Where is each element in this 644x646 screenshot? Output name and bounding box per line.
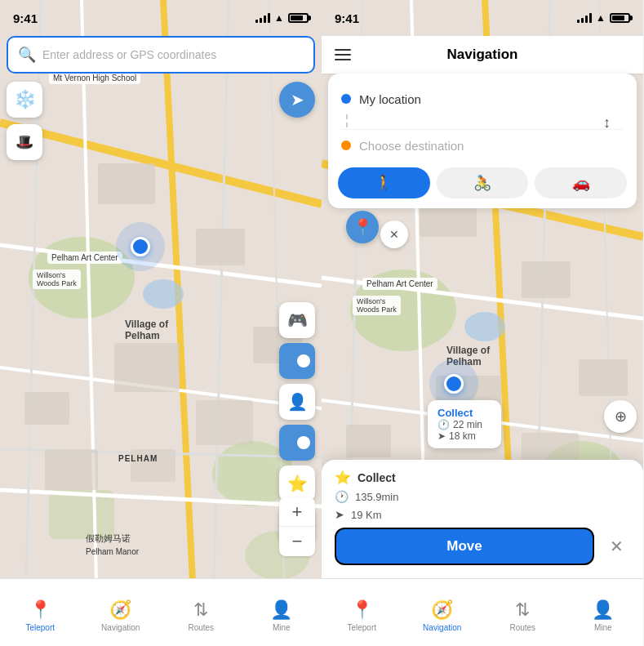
search-placeholder: Enter address or GPS coordinates: [42, 48, 216, 61]
tab-mine-label-right: Mine: [594, 623, 612, 632]
freeze-button[interactable]: ❄️: [7, 82, 42, 118]
status-bar-right: 9:41 ▲: [322, 0, 643, 36]
tab-navigation-icon-right: 🧭: [431, 599, 453, 621]
tab-navigation[interactable]: 🧭 Navigation: [81, 593, 162, 632]
battery-icon-right: [610, 13, 630, 23]
origin-dot: [341, 94, 351, 104]
tab-teleport-icon-right: 📍: [351, 599, 373, 621]
tab-mine-label: Mine: [273, 623, 291, 632]
tab-routes-label: Routes: [188, 623, 214, 632]
tab-teleport-label-right: Teleport: [347, 623, 376, 632]
tab-mine-icon-right: 👤: [592, 599, 614, 621]
nav-title: Navigation: [447, 47, 518, 63]
toggle-button-2[interactable]: [279, 425, 315, 461]
close-pin-button[interactable]: ✕: [380, 221, 408, 248]
zoom-out-button[interactable]: −: [279, 527, 315, 556]
svg-rect-15: [98, 163, 155, 204]
origin-text: My location: [359, 92, 624, 106]
svg-rect-16: [196, 229, 245, 265]
svg-rect-22: [196, 400, 253, 445]
status-bar: 9:41 ▲: [0, 0, 322, 36]
action-arrow-icon: ➤: [335, 508, 344, 521]
compass-button[interactable]: ➤: [279, 82, 315, 118]
current-location-dot-right: [444, 374, 464, 394]
map-pin-button[interactable]: 📍: [346, 211, 379, 243]
toggle-button-1[interactable]: [279, 343, 315, 379]
tab-routes[interactable]: ⇅ Routes: [161, 593, 242, 632]
avatar-person-button[interactable]: 👤: [279, 384, 315, 420]
walk-mode-button[interactable]: 🚶: [338, 167, 430, 198]
close-action-button[interactable]: ✕: [602, 532, 630, 560]
tab-teleport[interactable]: 📍 Teleport: [0, 593, 81, 632]
info-bubble: Collect 🕐 22 min ➤ 18 km: [428, 400, 501, 448]
status-icons-right: ▲: [577, 12, 630, 24]
tab-navigation-label-right: Navigation: [423, 623, 461, 632]
svg-rect-40: [522, 261, 571, 298]
zoom-controls: + −: [279, 497, 315, 556]
bike-mode-button[interactable]: 🚴: [437, 167, 529, 198]
tab-teleport-label: Teleport: [25, 623, 55, 632]
hamburger-right[interactable]: [335, 49, 351, 60]
map-label-willsons-right: Willson'sWoods Park: [353, 296, 401, 315]
action-sheet: ⭐ Collect 🕐 135.9min ➤ 19 Km Move ✕: [322, 460, 643, 578]
info-bubble-distance: ➤ 18 km: [437, 430, 491, 442]
map-label-mvhs: Mt Vernon High School: [49, 72, 140, 84]
action-star-icon: ⭐: [335, 470, 351, 485]
map-label-pelham-art: Pelham Art Center: [47, 252, 122, 264]
tab-mine-icon: 👤: [270, 599, 292, 621]
map-label-pelham-art-right: Pelham Art Center: [362, 278, 437, 290]
move-button[interactable]: Move: [335, 528, 594, 565]
gamepad-button[interactable]: 🎮: [279, 302, 315, 338]
nav-header: Navigation: [322, 36, 643, 74]
wifi-icon: ▲: [274, 12, 284, 24]
tab-navigation-icon: 🧭: [109, 599, 131, 621]
nav-card: My location Choose destination ↕ 🚶 🚴 🚗: [328, 74, 637, 208]
right-panel: 9:41 ▲ Navigation My location: [322, 0, 643, 646]
status-time: 9:41: [13, 11, 38, 25]
svg-rect-20: [45, 449, 98, 490]
svg-rect-42: [346, 425, 391, 457]
wifi-icon-right: ▲: [596, 12, 606, 24]
signal-icon: [255, 13, 270, 23]
svg-point-47: [464, 312, 505, 341]
origin-row[interactable]: My location: [338, 83, 627, 114]
tab-teleport-icon: 📍: [29, 599, 51, 621]
action-distance-row: ➤ 19 Km: [335, 508, 630, 521]
star-button[interactable]: ⭐: [279, 466, 315, 501]
tab-routes-icon: ⇅: [193, 599, 208, 621]
tab-bar-left: 📍 Teleport 🧭 Navigation ⇅ Routes 👤 Mine: [0, 578, 322, 646]
avatar-button[interactable]: 🎩: [7, 124, 42, 160]
svg-point-23: [143, 279, 184, 309]
action-clock-icon: 🕐: [335, 490, 349, 503]
search-bar[interactable]: 🔍 Enter address or GPS coordinates: [7, 36, 315, 74]
tab-mine[interactable]: 👤 Mine: [242, 593, 322, 632]
tab-routes-right[interactable]: ⇅ Routes: [482, 593, 563, 632]
tab-bar-right: 📍 Teleport 🧭 Navigation ⇅ Routes 👤 Mine: [322, 578, 643, 646]
swap-icon[interactable]: ↕: [603, 114, 611, 131]
info-bubble-title: Collect: [437, 407, 491, 419]
tab-mine-right[interactable]: 👤 Mine: [563, 593, 644, 632]
zoom-in-button[interactable]: +: [279, 497, 315, 527]
transport-modes: 🚶 🚴 🚗: [338, 167, 627, 198]
map-label-village: Village ofPelham: [121, 317, 172, 343]
tab-navigation-right[interactable]: 🧭 Navigation: [402, 593, 483, 632]
current-location-dot: [131, 237, 150, 256]
tab-routes-icon-right: ⇅: [515, 599, 530, 621]
car-mode-button[interactable]: 🚗: [535, 167, 627, 198]
action-time-row: 🕐 135.9min: [335, 490, 630, 503]
destination-text: Choose destination: [359, 139, 624, 153]
destination-row[interactable]: Choose destination: [338, 130, 627, 161]
action-time-value: 135.9min: [355, 491, 398, 503]
battery-icon: [288, 13, 309, 23]
tab-routes-label-right: Routes: [509, 623, 535, 632]
info-bubble-time: 🕐 22 min: [437, 419, 491, 430]
action-collect-label: Collect: [358, 471, 396, 484]
svg-rect-43: [579, 359, 628, 396]
map-label-pelham-manor: Pelham Manor: [82, 546, 143, 558]
tab-teleport-right[interactable]: 📍 Teleport: [322, 593, 402, 632]
tab-navigation-label: Navigation: [101, 623, 140, 632]
svg-rect-17: [114, 343, 180, 392]
status-icons: ▲: [255, 12, 309, 24]
target-button-right[interactable]: ⊕: [604, 400, 637, 433]
action-distance-value: 19 Km: [351, 509, 382, 521]
